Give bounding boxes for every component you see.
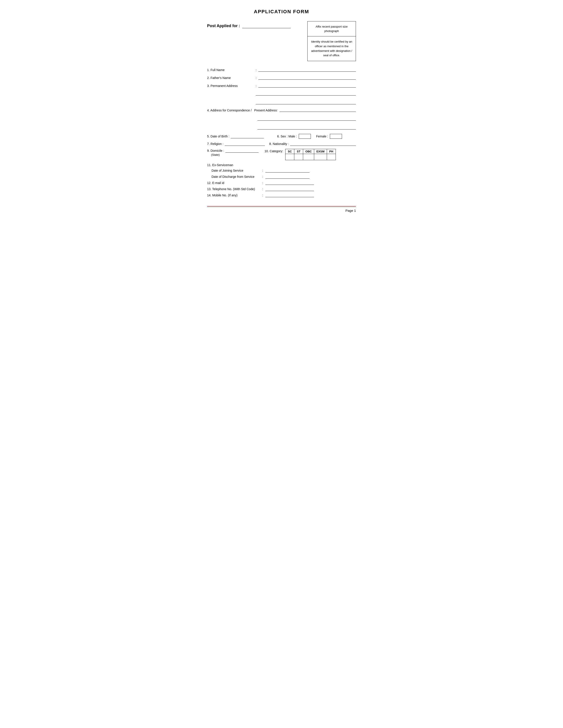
nationality-label: 8. Nationality : xyxy=(269,142,289,146)
permanent-address-label: 3. Permanent Address xyxy=(207,84,256,88)
permanent-address-line2[interactable] xyxy=(256,92,356,96)
dob-sex-row: 5. Date of Birth : 6. Sex : Male : Femal… xyxy=(207,134,356,139)
join-service-input[interactable] xyxy=(265,169,310,173)
correspondence-address-extra xyxy=(257,117,356,129)
discharge-row: Date of Discharge from Service : xyxy=(207,175,356,179)
domicile-category-row: 9. Domicile : (State) 10. Category: SC S… xyxy=(207,149,356,160)
ex-serviceman-title: 11. Ex-Serviceman xyxy=(207,163,356,167)
dob-input[interactable] xyxy=(231,134,264,138)
mobile-label: 14. Mobile No. (If any) xyxy=(207,193,262,197)
nationality-input[interactable] xyxy=(290,142,356,146)
post-applied-input[interactable] xyxy=(242,23,291,28)
sex-male-checkbox[interactable] xyxy=(299,134,311,139)
ex-serviceman-section: 11. Ex-Serviceman Date of Joining Servic… xyxy=(207,163,356,179)
category-sc: SC xyxy=(286,149,294,154)
fathers-name-label: 2. Father's Name xyxy=(207,76,256,80)
female-label: Female : xyxy=(316,135,328,138)
page-title: APPLICATION FORM xyxy=(207,9,356,15)
email-row: 12. E-mail id : xyxy=(207,181,356,185)
religion-input[interactable] xyxy=(225,142,265,146)
discharge-label: Date of Discharge from Service xyxy=(211,175,262,178)
dob-label: 5. Date of Birth : xyxy=(207,135,229,138)
fathers-name-input[interactable] xyxy=(258,76,356,80)
post-applied-label: Post Applied for : xyxy=(207,21,291,28)
fathers-name-row: 2. Father's Name : xyxy=(207,76,356,80)
category-label: 10. Category: xyxy=(264,149,283,153)
religion-nationality-row: 7. Religion : 8. Nationality : xyxy=(207,142,356,146)
permanent-address-line1[interactable] xyxy=(258,84,356,88)
category-table: SC ST OBC EXSM PH xyxy=(285,149,336,160)
category-exsm-cell[interactable] xyxy=(314,154,327,160)
email-input[interactable] xyxy=(265,181,314,185)
full-name-row: 1. Full Name : xyxy=(207,68,356,72)
photo-box: Affix recent passport size photograph Id… xyxy=(307,21,356,61)
discharge-input[interactable] xyxy=(265,175,310,179)
category-obc: OBC xyxy=(303,149,314,154)
religion-label: 7. Religion : xyxy=(207,142,223,146)
page-number: Page 1 xyxy=(345,209,356,212)
correspondence-address-label: 4. Address for Correspondence / Present … xyxy=(207,108,277,113)
correspondence-address-line2[interactable] xyxy=(257,117,356,121)
full-name-label: 1. Full Name xyxy=(207,68,256,72)
bottom-bar: Page 1 xyxy=(207,206,356,212)
form-section: 1. Full Name : 2. Father's Name : 3. Per… xyxy=(207,68,356,197)
join-service-row: Date of Joining Service : xyxy=(207,169,356,173)
join-service-label: Date of Joining Service xyxy=(211,169,262,172)
telephone-label: 13. Telephone No. (With Std Code) xyxy=(207,187,262,191)
top-section: Post Applied for : Affix recent passport… xyxy=(207,21,356,61)
category-exsm: EXSM xyxy=(314,149,327,154)
correspondence-address-row: 4. Address for Correspondence / Present … xyxy=(207,108,356,113)
domicile-label: 9. Domicile : xyxy=(207,149,224,152)
telephone-row: 13. Telephone No. (With Std Code) : xyxy=(207,187,356,191)
category-st-cell[interactable] xyxy=(294,154,303,160)
permanent-address-row: 3. Permanent Address : xyxy=(207,84,356,88)
telephone-input[interactable] xyxy=(265,187,314,191)
full-name-input[interactable] xyxy=(258,68,356,72)
category-st: ST xyxy=(294,149,303,154)
domicile-sub: (State) xyxy=(207,153,260,156)
sex-label: 6. Sex : Male : xyxy=(277,135,297,138)
correspondence-address-line3[interactable] xyxy=(257,126,356,129)
category-obc-cell[interactable] xyxy=(303,154,314,160)
correspondence-address-line1[interactable] xyxy=(279,108,356,112)
sex-female-checkbox[interactable] xyxy=(330,134,342,139)
photo-bottom-text: Identity should be certified by an offic… xyxy=(308,36,356,61)
email-label: 12. E-mail id xyxy=(207,181,262,185)
permanent-address-extra xyxy=(256,92,356,104)
sex-section: 6. Sex : Male : Female : xyxy=(277,134,342,139)
category-sc-cell[interactable] xyxy=(286,154,294,160)
mobile-row: 14. Mobile No. (If any) : xyxy=(207,193,356,197)
permanent-address-line3[interactable] xyxy=(256,100,356,104)
mobile-input[interactable] xyxy=(265,193,314,197)
photo-top-text: Affix recent passport size photograph xyxy=(308,21,356,36)
category-ph: PH xyxy=(327,149,336,154)
domicile-input[interactable] xyxy=(225,149,258,153)
category-ph-cell[interactable] xyxy=(327,154,336,160)
